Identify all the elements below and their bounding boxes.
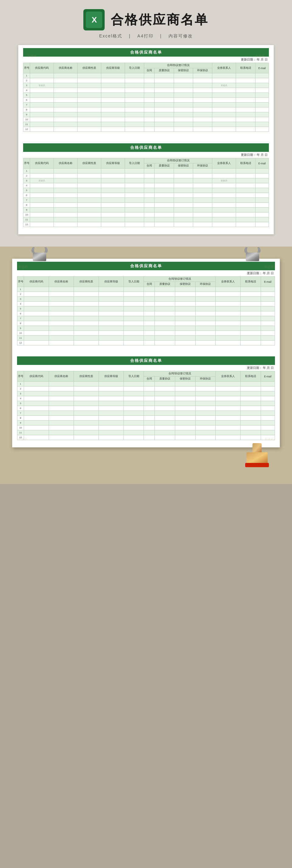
col-contract-group-2: 合同/协议签订情况 — [144, 158, 212, 163]
table-section-1: 合格供应商名单 更新日期： 年 月 日 序号 供应商代码 供应商名称 供应商性质… — [18, 45, 274, 134]
col-phone-2: 联系电话 — [236, 158, 255, 168]
date-row-3: 更新日期： 年 月 日 — [17, 270, 275, 276]
binder-clip-right — [243, 247, 262, 268]
date-row-4: 更新日期： 年 月 日 — [17, 365, 275, 371]
col-confidential: 保密协议 — [174, 68, 193, 73]
col-quality: 质量协议 — [155, 68, 174, 73]
supplier-table-1: 序号 供应商代码 供应商名称 供应商性质 供应商等级 导入日期 合同/协议签订情… — [23, 63, 269, 132]
col-date: 导入日期 — [125, 63, 144, 73]
svg-rect-3 — [247, 452, 268, 464]
page-title: 合格供应商名单 — [111, 11, 209, 28]
col-seqno-2: 序号 — [24, 158, 30, 168]
binder-clip-left — [30, 247, 48, 268]
col-contact-2: 业务联系人 — [212, 158, 236, 168]
col-level: 供应商等级 — [101, 63, 125, 73]
col-name-2: 供应商名称 — [54, 158, 77, 168]
row-num: 6 — [24, 98, 30, 102]
table-section-4: 合格供应商名单 更新日期： 年 月 日 序号 供应商代码 供应商名称 供应商性质… — [12, 353, 280, 442]
row-num: 11 — [24, 122, 30, 127]
col-code-2: 供应商代码 — [30, 158, 54, 168]
col-level-2: 供应商等级 — [101, 158, 125, 168]
date-row-2: 更新日期： 年 月 日 — [23, 152, 269, 158]
col-contact: 业务联系人 — [212, 63, 236, 73]
col-code: 供应商代码 — [30, 63, 54, 73]
table-title-4: 合格供应商名单 — [17, 356, 275, 365]
top-document: 新建易 新建易 合格供应商名单 更新日期： 年 月 日 序号 供应商代码 供应商… — [18, 45, 274, 234]
row-num: 4 — [24, 88, 30, 93]
svg-rect-2 — [253, 443, 262, 454]
supplier-table-2: 序号 供应商代码 供应商名称 供应商性质 供应商等级 导入日期 合同/协议签订情… — [23, 158, 269, 227]
col-contract-group: 合同/协议签订情况 — [144, 63, 212, 68]
row-num: 12 — [24, 127, 30, 132]
table-section-2: 合格供应商名单 更新日期： 年 月 日 序号 供应商代码 供应商名称 供应商性质… — [18, 140, 274, 229]
row-num: 7 — [24, 102, 30, 107]
col-phone: 联系电话 — [236, 63, 255, 73]
table-title-2: 合格供应商名单 — [23, 143, 269, 152]
row-num: 3 — [24, 83, 30, 88]
col-seqno: 序号 — [24, 63, 30, 73]
table-section-3: 合格供应商名单 更新日期： 年 月 日 序号 供应商代码 供应商名称 供应商性质… — [12, 259, 280, 348]
col-email: E-mail — [255, 63, 268, 73]
row-num: 10 — [24, 117, 30, 122]
row-num: 9 — [24, 112, 30, 117]
col-quality-2: 质量协议 — [155, 163, 174, 168]
bottom-section: 新建易 新建易 新建易 新建易 合格供应商名单 更新日期： 年 月 日 序号 供… — [0, 247, 292, 484]
sub-title: Excel格式 | A4打印 | 内容可修改 — [18, 33, 274, 39]
col-contract-2: 合同 — [144, 163, 155, 168]
svg-rect-0 — [33, 253, 46, 261]
col-nature: 供应商性质 — [77, 63, 101, 73]
col-nature-2: 供应商性质 — [77, 158, 101, 168]
col-contract: 合同 — [144, 68, 155, 73]
rubber-stamp — [243, 443, 271, 472]
supplier-table-4: 序号 供应商代码 供应商名称 供应商性质 供应商等级 导入日期 合同/协议签订情… — [17, 371, 275, 440]
excel-icon: X — [83, 9, 105, 30]
col-confidential-2: 保密协议 — [174, 163, 193, 168]
row-num: 5 — [24, 93, 30, 98]
date-row-1: 更新日期： 年 月 日 — [23, 57, 269, 63]
table-title-1: 合格供应商名单 — [23, 48, 269, 57]
col-email-2: E-mail — [255, 158, 268, 168]
col-name: 供应商名称 — [54, 63, 77, 73]
table-title-3: 合格供应商名单 — [17, 262, 275, 270]
col-env-2: 环保协议 — [193, 163, 212, 168]
svg-rect-1 — [246, 253, 259, 261]
col-env: 环保协议 — [193, 68, 212, 73]
row-num: 2 — [24, 78, 30, 83]
col-date-2: 导入日期 — [125, 158, 144, 168]
supplier-table-3: 序号 供应商代码 供应商名称 供应商性质 供应商等级 导入日期 合同/协议签订情… — [17, 276, 275, 345]
svg-rect-4 — [245, 463, 269, 467]
row-num: 8 — [24, 107, 30, 112]
row-num: 1 — [24, 73, 30, 78]
